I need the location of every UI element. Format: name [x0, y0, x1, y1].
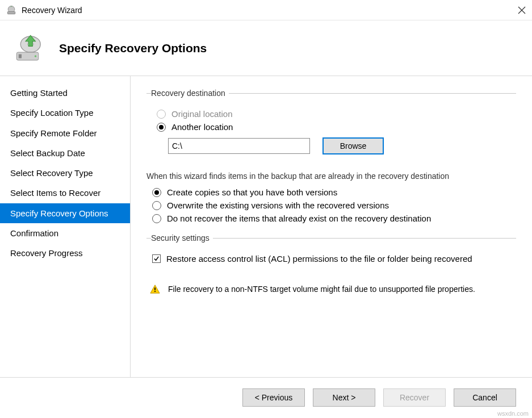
- browse-button[interactable]: Browse: [322, 137, 384, 154]
- radio-icon: [157, 110, 166, 119]
- destination-path-row: Browse: [168, 137, 516, 154]
- close-icon[interactable]: [517, 6, 526, 15]
- sidebar-item-recovery-progress[interactable]: Recovery Progress: [0, 243, 130, 263]
- page-title: Specify Recovery Options: [59, 41, 207, 55]
- security-settings-group: Security settings Restore access control…: [146, 233, 516, 275]
- warning-icon: [150, 284, 160, 294]
- wizard-steps-sidebar: Getting Started Specify Location Type Sp…: [0, 76, 131, 377]
- app-icon: [6, 5, 17, 16]
- watermark: wsxdn.com: [497, 410, 529, 417]
- conflict-handling-group: When this wizard finds items in the back…: [146, 172, 516, 223]
- radio-icon: [152, 214, 161, 223]
- checkbox-restore-acl[interactable]: Restore access control list (ACL) permis…: [152, 254, 516, 264]
- wizard-body: Getting Started Specify Location Type Sp…: [0, 76, 532, 377]
- sidebar-item-remote-folder[interactable]: Specify Remote Folder: [0, 123, 130, 143]
- wizard-content: Recovery destination Original location A…: [131, 76, 532, 377]
- svg-rect-10: [154, 291, 156, 292]
- radio-icon: [152, 201, 161, 210]
- recovery-destination-group: Recovery destination Original location A…: [146, 89, 516, 165]
- svg-point-8: [35, 55, 37, 57]
- radio-create-copies[interactable]: Create copies so that you have both vers…: [152, 187, 516, 197]
- next-button[interactable]: Next >: [313, 388, 375, 407]
- radio-do-not-recover[interactable]: Do not recover the items that already ex…: [152, 214, 516, 223]
- sidebar-item-backup-date[interactable]: Select Backup Date: [0, 143, 130, 163]
- ntfs-warning: File recovery to a non-NTFS target volum…: [150, 284, 516, 294]
- radio-another-location[interactable]: Another location: [157, 122, 516, 132]
- checkbox-label: Restore access control list (ACL) permis…: [166, 254, 472, 264]
- checkbox-icon: [152, 254, 161, 263]
- radio-label: Overwrite the existing versions with the…: [167, 200, 389, 210]
- titlebar-left: Recovery Wizard: [6, 5, 82, 16]
- security-legend: Security settings: [151, 233, 213, 243]
- destination-path-input[interactable]: [168, 138, 310, 154]
- sidebar-item-location-type[interactable]: Specify Location Type: [0, 103, 130, 123]
- conflict-legend: When this wizard finds items in the back…: [146, 172, 516, 181]
- radio-label: Create copies so that you have both vers…: [167, 187, 337, 197]
- radio-icon: [157, 123, 166, 132]
- previous-button[interactable]: < Previous: [242, 388, 305, 407]
- sidebar-item-confirmation[interactable]: Confirmation: [0, 223, 130, 243]
- svg-rect-1: [7, 11, 15, 14]
- sidebar-item-recovery-type[interactable]: Select Recovery Type: [0, 163, 130, 183]
- svg-rect-9: [154, 287, 156, 290]
- warning-text: File recovery to a non-NTFS target volum…: [168, 285, 475, 294]
- radio-label: Another location: [171, 122, 233, 132]
- wizard-header: Specify Recovery Options: [0, 20, 532, 76]
- radio-icon: [152, 188, 161, 197]
- wizard-footer: < Previous Next > Recover Cancel: [0, 377, 532, 417]
- radio-original-location: Original location: [157, 109, 516, 119]
- titlebar: Recovery Wizard: [0, 0, 532, 20]
- window-title: Recovery Wizard: [22, 6, 82, 15]
- radio-overwrite[interactable]: Overwrite the existing versions with the…: [152, 200, 516, 210]
- recovery-destination-legend: Recovery destination: [151, 89, 229, 98]
- cancel-button[interactable]: Cancel: [454, 388, 516, 407]
- recovery-icon: [14, 32, 45, 64]
- radio-label: Do not recover the items that already ex…: [167, 214, 431, 223]
- sidebar-item-getting-started[interactable]: Getting Started: [0, 83, 130, 103]
- radio-label: Original location: [171, 109, 233, 119]
- svg-rect-7: [19, 54, 22, 58]
- recover-button: Recover: [383, 388, 446, 407]
- sidebar-item-recovery-options[interactable]: Specify Recovery Options: [0, 203, 130, 223]
- sidebar-item-items-to-recover[interactable]: Select Items to Recover: [0, 183, 130, 203]
